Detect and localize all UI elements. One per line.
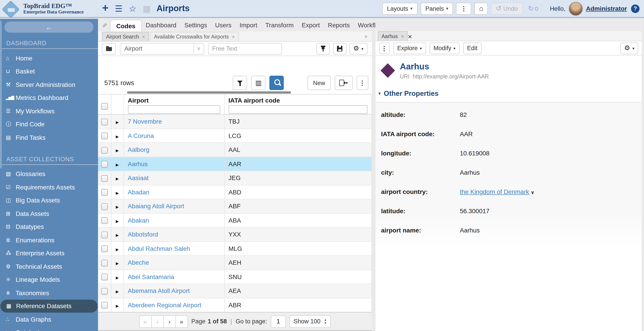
iata-filter-input[interactable] (228, 105, 367, 114)
sidebar-item-server-administration[interactable]: ⚒ Server Administration (0, 78, 98, 91)
table-row-selected[interactable]: ▶ Aarhus AAR (98, 157, 372, 171)
sidebar-item-data-assets[interactable]: ⊞ Data Assets (0, 207, 98, 220)
airport-link[interactable]: Abeche (124, 259, 149, 266)
sidebar-collapse-button[interactable]: ← (4, 22, 94, 33)
undo-button[interactable]: ↺ Undo (491, 3, 523, 15)
open-search-button[interactable] (102, 43, 116, 55)
airport-link[interactable]: A Coruna (124, 132, 154, 139)
prev-page-button[interactable]: ‹ (151, 315, 164, 328)
sidebar-item-my-workflows[interactable]: ☰ My Workflows (0, 104, 98, 118)
expand-row-icon[interactable]: ▶ (116, 205, 118, 209)
pin-button[interactable] (316, 43, 330, 55)
redo-counter[interactable]: ↻ 0 (528, 5, 538, 13)
free-text-input[interactable] (208, 43, 282, 55)
other-properties-section-toggle[interactable]: ▾ Other Properties (378, 90, 642, 98)
sidebar-item-ontologies[interactable]: ☓ Ontologies (0, 326, 98, 331)
row-checkbox[interactable] (101, 217, 108, 224)
table-row[interactable]: ▶ A Coruna LCG (98, 129, 372, 143)
sidebar-item-metrics-dashboard[interactable]: ▂▅▇ Metrics Dashboard (0, 91, 98, 104)
table-row[interactable]: ▶ Aberdeen Regional Airport ABR (98, 298, 372, 312)
menu-icon[interactable]: ☰ (115, 3, 122, 14)
close-icon[interactable]: × (232, 34, 235, 40)
new-button[interactable]: New (308, 76, 330, 90)
row-checkbox[interactable] (101, 189, 108, 196)
sidebar-item-enumerations[interactable]: ≣ Enumerations (0, 233, 98, 247)
tab-reports[interactable]: Reports (324, 22, 354, 29)
sidebar-item-reference-datasets[interactable]: ▦ Reference Datasets (0, 299, 98, 313)
close-panel-icon[interactable]: × (364, 33, 372, 41)
favorite-icon[interactable]: ☆ (129, 3, 136, 14)
row-checkbox[interactable] (101, 245, 108, 252)
sidebar-item-basket[interactable]: ⊔ Basket (0, 65, 98, 78)
expand-row-icon[interactable]: ▶ (116, 177, 118, 181)
layouts-button[interactable]: Layouts ▾ (382, 3, 417, 15)
table-row[interactable]: ▶ Abbotsford YXX (98, 227, 372, 241)
sidebar-item-home[interactable]: ⌂ Home (0, 52, 98, 65)
sidebar-item-lineage-models[interactable]: ⚛ Lineage Models (0, 273, 98, 286)
expand-row-icon[interactable]: ▶ (116, 247, 118, 252)
table-row[interactable]: ▶ Abaiang Atoll Airport ABF (98, 199, 372, 213)
sidebar-scrollbar[interactable] (0, 21, 2, 168)
sidebar-item-enterprise-assets[interactable]: ⁂ Enterprise Assets (0, 247, 98, 260)
subtab-airport-search[interactable]: Airport Search × (102, 32, 149, 41)
horizontal-scrollbar[interactable] (127, 91, 291, 93)
airport-link[interactable]: Aarhus (124, 160, 148, 168)
expand-row-icon[interactable]: ▶ (116, 304, 118, 308)
table-row[interactable]: ▶ 7 Novembre TBJ (98, 114, 372, 129)
next-page-button[interactable]: › (163, 315, 176, 328)
expand-row-icon[interactable]: ▶ (116, 275, 118, 280)
explore-button[interactable]: Explore ▾ (393, 42, 426, 54)
row-checkbox[interactable] (101, 203, 108, 210)
close-icon[interactable]: × (401, 34, 404, 39)
expand-row-icon[interactable]: ▶ (116, 148, 118, 153)
table-row[interactable]: ▶ Abadan ABD (98, 185, 372, 199)
row-checkbox[interactable] (101, 161, 108, 168)
column-header-iata[interactable]: IATA airport code (225, 95, 371, 105)
add-icon[interactable]: + (102, 1, 108, 14)
tab-import[interactable]: Import (236, 22, 261, 29)
select-all-checkbox[interactable] (101, 103, 108, 110)
row-checkbox[interactable] (101, 119, 108, 125)
airport-link[interactable]: Abaiang Atoll Airport (124, 203, 184, 210)
sidebar-item-big-data-assets[interactable]: ◫ Big Data Assets (0, 194, 98, 207)
sidebar-item-data-graphs[interactable]: ∴ Data Graphs (0, 313, 98, 326)
results-kebab-button[interactable]: ⋮ (356, 76, 368, 90)
tab-users[interactable]: Users (211, 22, 236, 29)
last-page-button[interactable]: » (175, 315, 188, 328)
edit-button[interactable]: Edit (463, 42, 482, 54)
airport-link[interactable]: Abadan (124, 189, 150, 196)
tab-dashboard[interactable]: Dashboard (142, 22, 180, 29)
expand-row-icon[interactable]: ▶ (116, 261, 118, 266)
columns-button[interactable]: ▥ (251, 76, 266, 90)
header-kebab-button[interactable]: ⋮ (456, 3, 472, 15)
airport-link[interactable]: 7 Novembre (124, 118, 162, 125)
row-checkbox[interactable] (101, 175, 108, 182)
sidebar-item-find-tasks[interactable]: ▤ Find Tasks (0, 131, 98, 144)
expand-row-icon[interactable]: ▶ (116, 289, 118, 294)
tab-export[interactable]: Export (298, 22, 324, 29)
airport-link[interactable]: Abdul Rachman Saleh (124, 245, 190, 252)
country-link[interactable]: the Kingdom of Denmark (460, 188, 529, 195)
search-settings-button[interactable]: ⚙ ▾ (349, 43, 367, 55)
airport-filter-input[interactable] (128, 105, 220, 114)
panels-button[interactable]: Panels ▾ (420, 3, 453, 15)
sidebar-item-glossaries[interactable]: ▧ Glossaries (0, 167, 98, 180)
subtab-available-crosswalks[interactable]: Available Crosswalks for Airports × (150, 32, 239, 41)
expand-row-icon[interactable]: ▶ (116, 191, 118, 195)
page-size-select[interactable]: Show 100 ▲▼ (290, 315, 331, 328)
chevron-down-icon[interactable]: ∨ (531, 190, 534, 195)
sidebar-item-requirements-assets[interactable]: ☑ Requirements Assets (0, 180, 98, 194)
export-button[interactable]: ▾ (334, 76, 352, 90)
close-icon[interactable]: × (142, 34, 145, 40)
row-checkbox[interactable] (101, 147, 108, 153)
sidebar-item-taxonomies[interactable]: ⋔ Taxonomies (0, 286, 98, 299)
row-checkbox[interactable] (101, 302, 108, 308)
expand-row-icon[interactable]: ▶ (116, 120, 118, 125)
filter-button[interactable] (233, 76, 247, 90)
close-panel-icon[interactable]: × (408, 33, 412, 41)
detail-settings-button[interactable]: ⚙ ▾ (620, 42, 638, 54)
airport-link[interactable]: Abbotsford (124, 231, 158, 238)
table-row[interactable]: ▶ Abakan ABA (98, 213, 372, 227)
expand-row-icon[interactable]: ▶ (116, 163, 118, 167)
airport-link[interactable]: Abel Santamaria (124, 273, 174, 280)
